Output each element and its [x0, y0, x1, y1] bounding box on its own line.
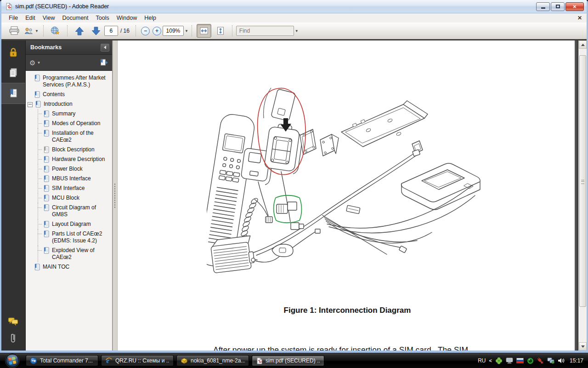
vertical-scrollbar[interactable]	[578, 40, 587, 351]
window-title: sim.pdf (SECURED) - Adobe Reader	[15, 3, 536, 10]
pages-icon	[9, 68, 18, 78]
attachments-panel-button[interactable]	[10, 332, 17, 344]
clock[interactable]: 15:17	[570, 357, 583, 364]
security-settings-button[interactable]	[1, 42, 25, 63]
bookmark-label: Power Block	[52, 166, 83, 172]
options-gear-icon[interactable]: ⚙	[29, 59, 35, 66]
bookmark-item[interactable]: Power Block	[26, 164, 112, 174]
arrow-up-icon	[74, 26, 85, 36]
taskbar-button-nokia-archive[interactable]: nokia_6081_nme-2a...	[176, 355, 249, 366]
panel-resize-splitter[interactable]	[113, 40, 118, 351]
scroll-down-button[interactable]	[579, 342, 587, 351]
menu-document[interactable]: Document	[59, 14, 92, 22]
bookmark-item[interactable]: Contents	[26, 90, 112, 99]
menu-view[interactable]: View	[39, 14, 59, 22]
bookmark-item[interactable]: MBUS Interface	[26, 174, 112, 184]
bookmark-page-icon	[43, 175, 49, 182]
comments-panel-button[interactable]	[8, 317, 19, 326]
expand-current-bookmark-button[interactable]	[100, 59, 108, 66]
previous-page-button[interactable]	[72, 24, 87, 38]
bookmark-page-icon	[43, 166, 49, 172]
fit-width-button[interactable]	[197, 24, 211, 38]
bookmark-page-icon	[43, 120, 49, 127]
clover-tray-icon[interactable]	[495, 357, 503, 364]
bookmarks-panel-header: Bookmarks	[26, 40, 112, 55]
bookmark-label: Introduction	[44, 101, 73, 108]
bookmark-item[interactable]: SIM Interface	[26, 184, 112, 193]
paragraph-line: After power up the system is ready for i…	[213, 345, 509, 351]
bookmarks-panel-title: Bookmarks	[30, 44, 101, 51]
bookmark-item[interactable]: Hardware Description	[26, 155, 112, 164]
zoom-in-button[interactable]: +	[153, 27, 161, 35]
bookmark-item[interactable]: Circuit Diagram of GM8S	[26, 203, 112, 219]
find-input[interactable]	[236, 26, 294, 36]
volume-tray-icon[interactable]	[558, 357, 565, 364]
zoom-level-value[interactable]: 109%	[163, 26, 184, 36]
pages-panel-button[interactable]	[1, 63, 25, 83]
maximize-button[interactable]	[551, 2, 565, 11]
options-caret-icon[interactable]: ▼	[37, 61, 40, 65]
expander-minus-icon[interactable]	[28, 102, 33, 107]
power-plug-tray-icon[interactable]	[537, 357, 544, 364]
scrollbar-thumb[interactable]	[579, 55, 586, 307]
menu-edit[interactable]: Edit	[22, 14, 39, 22]
bookmark-label: Hardware Description	[52, 156, 105, 163]
document-paragraph: After power up the system is ready for i…	[213, 323, 509, 351]
bookmark-item[interactable]: Programmes After Market Services (P.A.M.…	[26, 73, 112, 90]
taskbar-button-qrz[interactable]: e QRZ.RU :: Схемы и ...	[101, 355, 174, 366]
collaborate-button[interactable]: ▼	[23, 24, 39, 38]
scrollbar-track[interactable]	[579, 49, 587, 342]
bookmark-item[interactable]: Introduction	[26, 99, 112, 109]
page-number-input[interactable]	[104, 26, 118, 36]
bookmark-item[interactable]: MCU Block	[26, 193, 112, 203]
language-indicator[interactable]: RU	[478, 357, 486, 364]
bookmark-item[interactable]: Layout Diagram	[26, 219, 112, 229]
print-button[interactable]	[7, 24, 22, 38]
bookmark-page-icon	[43, 146, 49, 153]
taskbar-button-label: sim.pdf (SECURED) ...	[266, 357, 320, 364]
russian-flag-tray-icon[interactable]	[516, 358, 524, 363]
bookmark-item[interactable]: MAIN TOC	[26, 262, 112, 272]
bookmark-label: Block Description	[52, 146, 95, 153]
menu-tools[interactable]: Tools	[92, 14, 113, 22]
scroll-up-button[interactable]	[579, 40, 587, 49]
toolbar-separator	[67, 25, 68, 36]
find-dropdown-caret-icon[interactable]: ▼	[295, 29, 299, 33]
start-button[interactable]	[5, 353, 20, 368]
adobe-reader-window: sim.pdf (SECURED) - Adobe Reader ✕ FileE…	[0, 0, 588, 353]
paperclip-icon	[10, 332, 17, 344]
close-button[interactable]: ✕	[565, 2, 584, 11]
display-tray-icon[interactable]	[506, 357, 513, 364]
bookmark-item[interactable]: Summary	[26, 109, 112, 119]
toolbar: ▼ / 16 − + 109% ▼	[1, 23, 587, 39]
menu-bar: FileEditViewDocumentToolsWindowHelp ✕	[1, 13, 587, 23]
collapse-panel-button[interactable]	[101, 44, 109, 52]
windows-start-icon	[5, 353, 20, 368]
bookmark-item[interactable]: Block Description	[26, 145, 112, 155]
next-page-button[interactable]	[89, 24, 103, 38]
tray-expand-icon[interactable]: <	[489, 358, 492, 363]
antivirus-tray-icon[interactable]	[527, 357, 534, 364]
figure-caption: Figure 1: Interconnection Diagram	[118, 306, 575, 315]
bookmark-item[interactable]: Parts List of CAEœ2 (EDMS: Issue 4.2)	[26, 229, 112, 246]
archive-box-icon	[181, 357, 188, 364]
menu-help[interactable]: Help	[141, 14, 160, 22]
taskbar-button-total-commander[interactable]: Total Commander 7...	[26, 355, 98, 366]
zoom-dropdown-caret-icon[interactable]: ▼	[185, 29, 188, 33]
fit-page-button[interactable]	[213, 24, 228, 38]
menu-window[interactable]: Window	[113, 14, 141, 22]
titlebar[interactable]: sim.pdf (SECURED) - Adobe Reader ✕	[1, 0, 587, 13]
pdf-page[interactable]: Figure 1: Interconnection Diagram After …	[118, 40, 575, 351]
bookmarks-panel-button[interactable]	[1, 83, 25, 104]
minimize-button[interactable]	[536, 2, 550, 11]
bookmark-item[interactable]: Exploded View of CAEœ2	[26, 246, 112, 262]
toolbar-separator	[136, 25, 136, 36]
menu-file[interactable]: File	[5, 14, 22, 22]
online-services-button[interactable]	[48, 24, 63, 38]
bookmark-item[interactable]: Installation of the CAEœ2	[26, 128, 112, 145]
menubar-close-icon[interactable]: ✕	[577, 15, 582, 21]
bookmark-item[interactable]: Modes of Operation	[26, 119, 112, 128]
taskbar-button-sim-pdf[interactable]: sim.pdf (SECURED) ...	[252, 355, 324, 366]
network-tray-icon[interactable]	[547, 357, 554, 364]
zoom-out-button[interactable]: −	[141, 27, 150, 35]
